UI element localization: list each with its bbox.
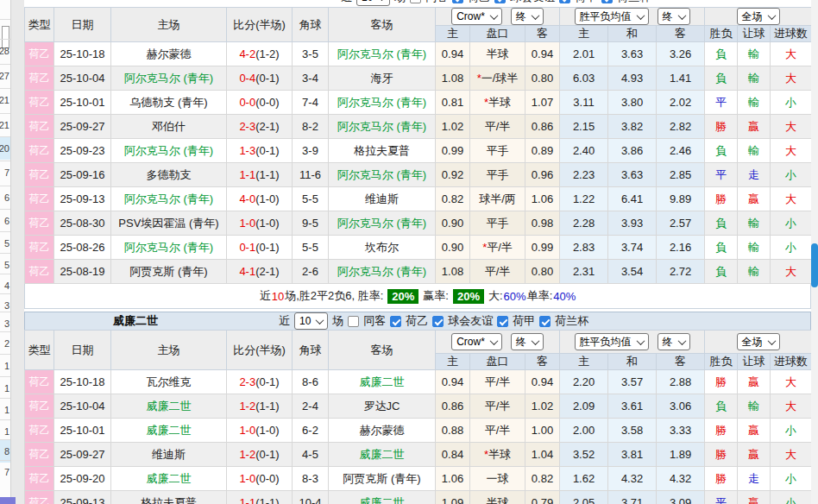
league-checkbox-0[interactable] xyxy=(452,0,463,3)
recent-count-select[interactable]: 10 xyxy=(294,312,328,330)
date-cell: 25-09-23 xyxy=(54,139,111,163)
avg-home-cell: 3.52 xyxy=(560,443,608,467)
result-cell: 平 xyxy=(705,491,738,504)
home-team-cell[interactable]: 威廉二世 xyxy=(111,419,227,443)
home-team-cell[interactable]: 乌德勒支 (青年) xyxy=(111,91,227,115)
avg-away-cell: 1.89 xyxy=(657,443,705,467)
avg-away-cell: 3.26 xyxy=(657,42,705,66)
divider xyxy=(0,19,10,20)
score-cell: 4-1(2-1) xyxy=(227,260,293,284)
chevron-down-icon xyxy=(767,337,776,345)
date-cell: 25-09-13 xyxy=(54,491,111,504)
avg-draw-cell: 3.86 xyxy=(608,139,657,163)
scope-select[interactable]: 全场 xyxy=(737,8,780,25)
home-team-cell[interactable]: 阿尔克马尔 (青年) xyxy=(111,187,227,211)
avg-away-cell: 4.32 xyxy=(657,467,705,491)
vertical-scrollbar[interactable] xyxy=(811,0,818,504)
scrollbar-thumb[interactable] xyxy=(811,243,818,287)
chevron-down-icon xyxy=(531,337,539,345)
home-team-cell[interactable]: 阿尔克马尔 (青年) xyxy=(111,236,227,260)
league-checkbox-3[interactable] xyxy=(601,0,613,3)
away-odds-cell: 1.02 xyxy=(525,394,560,419)
away-team-cell[interactable]: 威廉二世 xyxy=(329,443,436,467)
same-away-checkbox[interactable] xyxy=(348,316,359,327)
home-team-cell[interactable]: 邓伯什 xyxy=(111,115,227,139)
home-team-cell[interactable]: 赫尔蒙德 xyxy=(111,42,227,66)
clipped-number: 4 xyxy=(4,280,9,291)
away-team-cell[interactable]: 阿贾克斯 (青年) xyxy=(329,467,436,491)
away-odds-cell: 0.82 xyxy=(525,467,560,491)
final-odds-select-2[interactable]: 终 xyxy=(658,333,690,350)
home-team-cell[interactable]: 多德勒支 xyxy=(111,163,227,187)
recent-count-select[interactable]: 10 xyxy=(356,0,390,6)
away-team-cell[interactable]: 格拉夫夏普 xyxy=(329,139,436,163)
col-corners: 角球 xyxy=(293,331,329,370)
home-odds-cell: 0.86 xyxy=(436,394,470,419)
handicap-cell: *平/半 xyxy=(470,236,525,260)
avg-draw-cell: 3.81 xyxy=(608,443,657,467)
date-cell: 25-10-04 xyxy=(54,66,111,91)
home-team-cell[interactable]: 阿尔克马尔 (青年) xyxy=(111,139,227,163)
away-team-cell[interactable]: 阿尔克马尔 (青年) xyxy=(329,91,436,115)
league-checkbox-2[interactable] xyxy=(559,0,570,3)
away-team-cell[interactable]: 赫尔蒙德 xyxy=(329,419,436,443)
away-team-cell[interactable]: 阿尔克马尔 (青年) xyxy=(329,115,436,139)
home-team-cell[interactable]: 威廉二世 xyxy=(111,394,227,419)
league-checkbox-1[interactable] xyxy=(432,316,444,327)
avg-odds-select[interactable]: 胜平负均值 xyxy=(575,333,649,350)
away-team-cell[interactable]: 阿尔克马尔 (青年) xyxy=(329,42,436,66)
alkmaar-matches-table: 类型 日期 主场 比分(半场) 角球 客场 Crow* 终 胜平负均值 终 xyxy=(24,7,812,284)
result-cell: 負 xyxy=(705,394,738,419)
avg-away-cell: 2.82 xyxy=(657,115,705,139)
league-checkbox-0[interactable] xyxy=(390,316,401,327)
recent-label: 近 xyxy=(341,0,352,5)
away-team-cell[interactable]: 阿尔克马尔 (青年) xyxy=(329,260,436,284)
home-team-cell[interactable]: 阿尔克马尔 (青年) xyxy=(111,66,227,91)
league-checkbox-2[interactable] xyxy=(497,316,508,327)
goals-cell: 大 xyxy=(771,443,812,467)
league-checkbox-3[interactable] xyxy=(539,316,551,327)
divider xyxy=(0,253,10,254)
away-team-cell[interactable]: 威廉二世 xyxy=(329,370,436,394)
home-odds-cell: 0.90 xyxy=(436,236,470,260)
final-odds-select[interactable]: 终 xyxy=(511,8,544,25)
away-team-cell[interactable]: 坎布尔 xyxy=(329,236,436,260)
same-away-checkbox[interactable] xyxy=(410,0,421,3)
clipped-number: 21 xyxy=(0,120,9,130)
away-odds-cell: 0.96 xyxy=(525,163,560,187)
avg-odds-select[interactable]: 胜平负均值 xyxy=(575,8,649,25)
final-odds-select-2[interactable]: 终 xyxy=(658,8,690,25)
away-team-cell[interactable]: 罗达JC xyxy=(329,394,436,419)
recent-label: 近 xyxy=(279,313,290,329)
away-team-cell[interactable]: 威廉二世 xyxy=(329,491,436,504)
clipped-number: 21 xyxy=(0,95,9,105)
home-team-cell[interactable]: 维迪斯 xyxy=(111,443,227,467)
away-odds-cell: 0.80 xyxy=(525,260,560,284)
divider xyxy=(0,354,10,355)
result-cell: 平 xyxy=(705,91,738,115)
final-odds-select[interactable]: 终 xyxy=(511,333,544,350)
home-team-cell[interactable]: 格拉夫夏普 xyxy=(111,491,227,504)
result-cell: 負 xyxy=(705,236,738,260)
date-cell: 25-10-18 xyxy=(54,370,111,394)
clipped-number: 1 xyxy=(4,426,9,437)
away-team-cell[interactable]: 海牙 xyxy=(329,66,436,91)
home-team-cell[interactable]: 阿贾克斯 (青年) xyxy=(111,260,227,284)
away-odds-cell: 0.98 xyxy=(525,211,560,236)
bookmaker-select[interactable]: Crow* xyxy=(451,8,502,25)
scope-select[interactable]: 全场 xyxy=(737,333,780,350)
clipped-number: 1 xyxy=(4,405,9,415)
bookmaker-select[interactable]: Crow* xyxy=(451,333,502,350)
home-team-cell[interactable]: 瓦尔维克 xyxy=(111,370,227,394)
away-team-cell[interactable]: 维迪斯 xyxy=(329,187,436,211)
away-team-cell[interactable]: 阿尔克马尔 (青年) xyxy=(329,211,436,236)
home-team-cell[interactable]: PSV埃因霍温 (青年) xyxy=(111,211,227,236)
away-team-cell[interactable]: 阿尔克马尔 (青年) xyxy=(329,163,436,187)
divider xyxy=(0,136,10,137)
divider xyxy=(0,331,10,332)
chevron-down-icon xyxy=(531,11,539,20)
league-checkbox-1[interactable] xyxy=(494,0,506,3)
section-title: 威廉二世 xyxy=(113,313,158,329)
page: 2827212120766554332111187 近10场同客荷乙球会友谊荷甲… xyxy=(0,0,818,504)
home-team-cell[interactable]: 威廉二世 xyxy=(111,467,227,491)
